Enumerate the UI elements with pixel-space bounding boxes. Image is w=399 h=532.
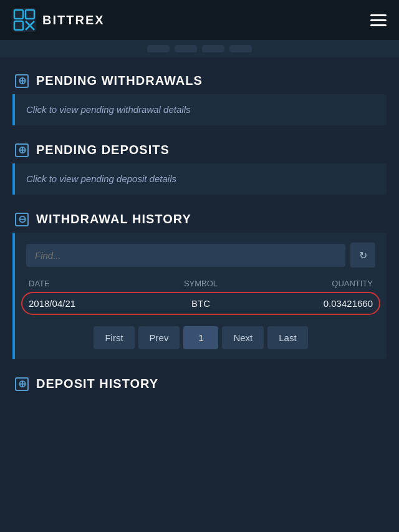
pending-withdrawals-body: Click to view pending withdrawal details xyxy=(12,94,387,125)
deposit-history-title: DEPOSIT HISTORY xyxy=(36,377,158,391)
pending-deposits-body: Click to view pending deposit details xyxy=(12,163,387,195)
logo-text: BITTREX xyxy=(42,13,105,27)
search-row: ↻ xyxy=(26,243,375,268)
withdrawal-history-section: ⊖ WITHDRAWAL HISTORY ↻ DATE SYMBOL QUANT… xyxy=(12,206,387,359)
pending-withdrawals-hint: Click to view pending withdrawal details xyxy=(26,104,190,115)
deposit-history-header[interactable]: ⊕ DEPOSIT HISTORY xyxy=(12,370,387,397)
refresh-icon: ↻ xyxy=(359,249,367,261)
bittrex-logo-icon xyxy=(12,8,36,32)
withdrawal-history-table: DATE SYMBOL QUANTITY 2018/04/21 BTC 0.03… xyxy=(26,276,375,314)
cell-date-0: 2018/04/21 xyxy=(29,298,142,309)
pending-deposits-title: PENDING DEPOSITS xyxy=(36,143,170,157)
withdrawal-history-body: ↻ DATE SYMBOL QUANTITY 2018/04/21 BTC 0.… xyxy=(12,233,387,359)
tab-2[interactable] xyxy=(175,45,197,52)
current-page-button[interactable]: 1 xyxy=(183,326,218,349)
col-header-date: DATE xyxy=(29,279,142,288)
pending-withdrawals-toggle[interactable]: ⊕ xyxy=(15,74,29,88)
tab-4[interactable] xyxy=(229,45,252,52)
pagination: First Prev 1 Next Last xyxy=(26,326,375,349)
tab-3[interactable] xyxy=(202,45,224,52)
main-content: ⊕ PENDING WITHDRAWALS Click to view pend… xyxy=(0,57,399,418)
pending-withdrawals-header[interactable]: ⊕ PENDING WITHDRAWALS xyxy=(12,67,387,94)
withdrawal-history-toggle[interactable]: ⊖ xyxy=(15,213,29,226)
logo-container: BITTREX xyxy=(12,8,105,32)
deposit-history-toggle[interactable]: ⊕ xyxy=(15,377,29,391)
cell-quantity-0: 0.03421660 xyxy=(259,298,373,309)
pending-deposits-header[interactable]: ⊕ PENDING DEPOSITS xyxy=(12,137,387,163)
pending-withdrawals-title: PENDING WITHDRAWALS xyxy=(36,74,203,88)
refresh-button[interactable]: ↻ xyxy=(350,243,375,268)
search-input[interactable] xyxy=(26,244,345,267)
pending-withdrawals-section: ⊕ PENDING WITHDRAWALS Click to view pend… xyxy=(12,67,387,125)
cell-symbol-0: BTC xyxy=(144,298,257,309)
withdrawal-history-header[interactable]: ⊖ WITHDRAWAL HISTORY xyxy=(12,206,387,233)
first-page-button[interactable]: First xyxy=(94,326,134,349)
withdrawal-history-title: WITHDRAWAL HISTORY xyxy=(36,212,191,226)
tab-1[interactable] xyxy=(147,45,170,52)
table-row: 2018/04/21 BTC 0.03421660 xyxy=(26,293,375,314)
col-header-symbol: SYMBOL xyxy=(144,279,257,288)
pending-deposits-hint: Click to view pending deposit details xyxy=(26,173,176,184)
prev-page-button[interactable]: Prev xyxy=(138,326,180,349)
tab-bar xyxy=(0,40,399,57)
next-page-button[interactable]: Next xyxy=(222,326,264,349)
pending-deposits-toggle[interactable]: ⊕ xyxy=(15,143,29,157)
app-header: BITTREX xyxy=(0,0,399,40)
last-page-button[interactable]: Last xyxy=(267,326,307,349)
deposit-history-section: ⊕ DEPOSIT HISTORY xyxy=(12,370,387,397)
menu-icon[interactable] xyxy=(370,14,387,26)
pending-deposits-section: ⊕ PENDING DEPOSITS Click to view pending… xyxy=(12,137,387,195)
table-header-row: DATE SYMBOL QUANTITY xyxy=(26,276,375,291)
col-header-quantity: QUANTITY xyxy=(259,279,373,288)
